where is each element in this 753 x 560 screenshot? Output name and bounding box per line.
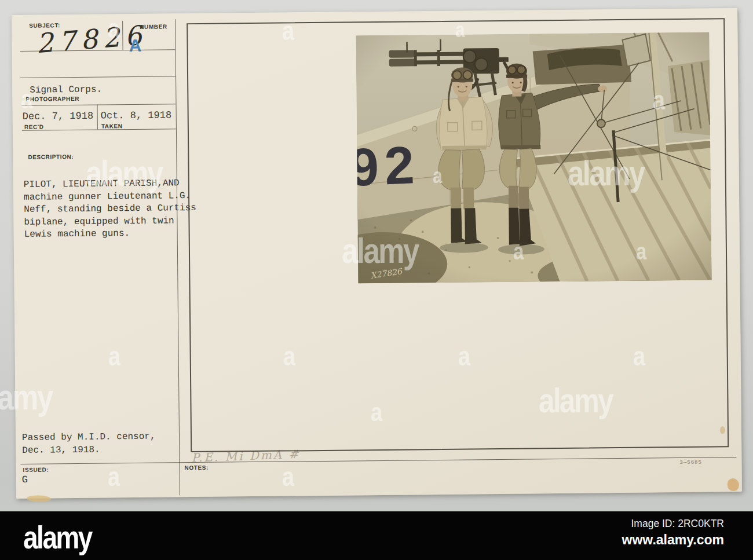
received-label: REC'D [24,124,44,130]
number-label: NUMBER [140,23,167,30]
archive-card: SUBJECT: 27826 NUMBER A Signal Corps. PH… [12,8,742,499]
photographer-value: Signal Corps. [30,85,102,96]
divider-line [97,105,98,130]
divider-line [20,457,736,464]
image-id-label: Image ID: [631,518,675,529]
description-text: PILOT, LIEUTENANT PARISH,AND machine gun… [24,177,198,241]
footer-info: Image ID: 2RC0KTR www.alamy.com [622,518,724,548]
photo-sepia-tint [356,32,711,283]
archive-photograph: 92 [356,32,711,283]
censor-line: Passed by M.I.D. censor, [22,430,156,444]
issued-value: G [22,474,28,485]
divider-line [22,104,176,106]
alamy-logo: alamy [23,518,92,556]
description-line: Lewis machine guns. [24,227,198,241]
description-line: Neff, standing beside a Curtiss [24,202,198,216]
notes-label: NOTES: [184,464,208,471]
description-line: biplane, equipped with twin [24,214,198,228]
divider-line [20,76,176,78]
photographer-label: PHOTOGRAPHER [25,96,79,103]
censor-line: Dec. 13, 1918. [22,443,156,457]
number-value-stamp: A [129,36,141,56]
description-line: PILOT, LIEUTENANT PARISH,AND [24,177,198,191]
issued-label: ISSUED: [23,466,49,473]
image-id-value: 2RC0KTR [678,518,724,529]
received-date-value: Dec. 7, 1918 [23,111,94,122]
taken-label: TAKEN [101,123,123,129]
description-line: machine gunner Lieutenant L.G. [24,189,198,203]
paper-stain [728,478,739,491]
alamy-url: www.alamy.com [622,532,724,548]
stock-photo-page: SUBJECT: 27826 NUMBER A Signal Corps. PH… [0,0,753,560]
taken-date-value: Oct. 8, 1918 [101,109,172,121]
paper-stain [27,495,51,502]
paper-stain [720,426,725,434]
divider-line [22,129,176,131]
alamy-footer-bar: alamy Image ID: 2RC0KTR www.alamy.com [0,511,753,560]
description-label: DESCRIPTION: [28,153,74,160]
divider-line [175,19,180,495]
image-id-line: Image ID: 2RC0KTR [622,518,724,530]
censor-note: Passed by M.I.D. censor, Dec. 13, 1918. [22,430,156,457]
print-stock-code: 3—5685 [679,460,702,466]
